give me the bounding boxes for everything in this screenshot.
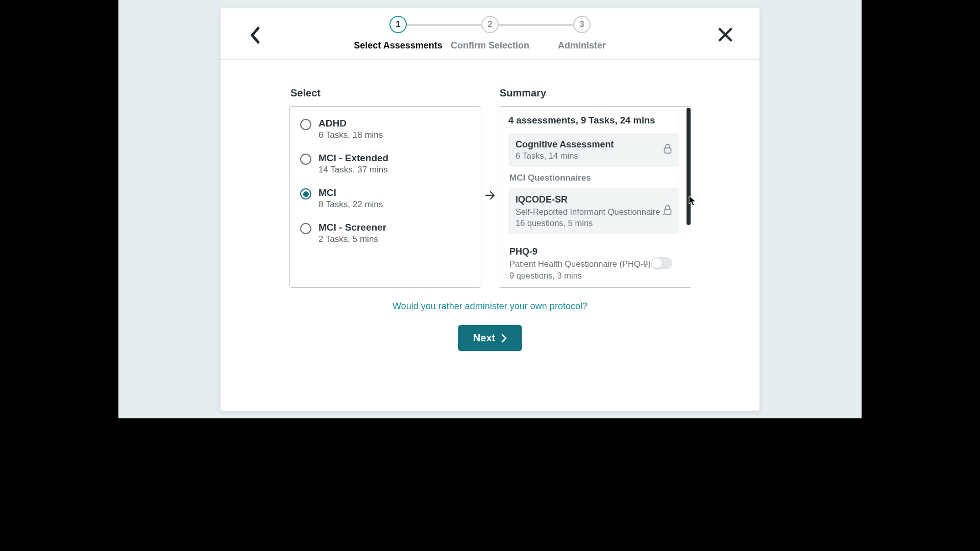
card-title: PHQ-9 bbox=[509, 246, 678, 257]
step-connector-2-3 bbox=[498, 24, 574, 26]
arrow-divider bbox=[481, 105, 499, 286]
select-panel-title: Select bbox=[289, 87, 481, 99]
radio-icon-selected bbox=[300, 188, 311, 199]
next-button[interactable]: Next bbox=[458, 325, 522, 351]
panels-row: Select ADHD 6 Tasks, 18 mins bbox=[251, 87, 729, 288]
summary-content: 4 assessments, 9 Tasks, 24 mins Cognitiv… bbox=[499, 107, 687, 287]
radio-icon bbox=[300, 119, 311, 130]
modal-header: 1 Select Assessments 2 Confirm Selection… bbox=[220, 8, 760, 60]
stepper: 1 Select Assessments 2 Confirm Selection… bbox=[352, 16, 628, 51]
step-2[interactable]: 2 Confirm Selection bbox=[444, 16, 536, 51]
card-sub: 16 questions, 5 mins bbox=[516, 218, 672, 228]
option-adhd[interactable]: ADHD 6 Tasks, 18 mins bbox=[300, 118, 471, 140]
option-title: MCI bbox=[318, 187, 383, 198]
summary-headline: 4 assessments, 9 Tasks, 24 mins bbox=[508, 115, 679, 126]
option-mci-screener[interactable]: MCI - Screener 2 Tasks, 5 mins bbox=[300, 222, 471, 244]
step-2-circle: 2 bbox=[481, 16, 499, 33]
step-2-number: 2 bbox=[487, 19, 492, 30]
assessment-modal: 1 Select Assessments 2 Confirm Selection… bbox=[220, 8, 760, 411]
summary-box: 4 assessments, 9 Tasks, 24 mins Cognitiv… bbox=[499, 106, 691, 288]
option-text: MCI 8 Tasks, 22 mins bbox=[318, 187, 383, 210]
close-button[interactable] bbox=[718, 27, 733, 44]
select-box: ADHD 6 Tasks, 18 mins MCI - Extended 14 … bbox=[289, 106, 481, 288]
select-panel: Select ADHD 6 Tasks, 18 mins bbox=[289, 87, 481, 288]
card-sub: 9 questions, 3 mins bbox=[509, 271, 678, 281]
step-3-label: Administer bbox=[558, 40, 606, 51]
back-button[interactable] bbox=[249, 26, 261, 46]
close-icon bbox=[718, 27, 733, 42]
card-title: Cognitive Assessment bbox=[516, 139, 672, 150]
next-button-label: Next bbox=[473, 332, 495, 344]
card-title: IQCODE-SR bbox=[516, 194, 672, 205]
step-3[interactable]: 3 Administer bbox=[536, 16, 628, 51]
toggle-phq9[interactable] bbox=[651, 257, 672, 269]
svg-rect-0 bbox=[665, 148, 671, 153]
option-mci-extended[interactable]: MCI - Extended 14 Tasks, 37 mins bbox=[300, 153, 471, 175]
modal-body: Select ADHD 6 Tasks, 18 mins bbox=[220, 60, 760, 411]
step-connector-1-2 bbox=[406, 24, 482, 26]
toggle-knob bbox=[652, 258, 662, 268]
card-iqcode-sr[interactable]: IQCODE-SR Self-Reported Informant Questi… bbox=[508, 188, 679, 234]
lock-icon bbox=[663, 205, 672, 217]
summary-scrollbar[interactable] bbox=[687, 107, 691, 287]
chevron-right-icon bbox=[501, 334, 507, 343]
option-title: MCI - Screener bbox=[318, 222, 386, 233]
step-1[interactable]: 1 Select Assessments bbox=[352, 16, 444, 51]
chevron-left-icon bbox=[249, 26, 261, 44]
section-label-questionnaires: MCI Questionnaires bbox=[509, 173, 679, 183]
card-cognitive-assessment[interactable]: Cognitive Assessment 6 Tasks, 14 mins bbox=[508, 133, 679, 167]
app-background: 1 Select Assessments 2 Confirm Selection… bbox=[118, 0, 862, 418]
option-text: MCI - Extended 14 Tasks, 37 mins bbox=[318, 153, 388, 175]
summary-panel: Summary 4 assessments, 9 Tasks, 24 mins … bbox=[499, 87, 691, 288]
option-title: ADHD bbox=[318, 118, 383, 129]
lock-icon bbox=[663, 144, 672, 156]
option-text: ADHD 6 Tasks, 18 mins bbox=[318, 118, 383, 140]
option-sub: 8 Tasks, 22 mins bbox=[318, 199, 383, 210]
summary-panel-title: Summary bbox=[499, 87, 691, 99]
option-sub: 2 Tasks, 5 mins bbox=[318, 234, 386, 244]
option-sub: 6 Tasks, 18 mins bbox=[318, 130, 383, 140]
step-3-circle: 3 bbox=[573, 16, 591, 33]
scrollbar-thumb[interactable] bbox=[687, 108, 691, 225]
card-phq-9[interactable]: PHQ-9 Patient Health Questionnaire (PHQ-… bbox=[508, 240, 679, 286]
radio-icon bbox=[300, 223, 311, 234]
radio-icon bbox=[300, 154, 311, 165]
own-protocol-link[interactable]: Would you rather administer your own pro… bbox=[393, 301, 587, 312]
step-1-label: Select Assessments bbox=[354, 40, 442, 51]
step-3-number: 3 bbox=[579, 19, 584, 30]
option-title: MCI - Extended bbox=[318, 153, 388, 164]
step-1-number: 1 bbox=[396, 19, 400, 30]
card-desc: Self-Reported Informant Questionnaire ..… bbox=[516, 206, 672, 217]
svg-rect-1 bbox=[665, 209, 671, 214]
option-mci[interactable]: MCI 8 Tasks, 22 mins bbox=[300, 187, 471, 210]
option-sub: 14 Tasks, 37 mins bbox=[318, 165, 388, 175]
option-text: MCI - Screener 2 Tasks, 5 mins bbox=[318, 222, 386, 244]
arrow-right-icon bbox=[484, 190, 496, 201]
card-sub: 6 Tasks, 14 mins bbox=[516, 151, 672, 161]
step-2-label: Confirm Selection bbox=[451, 40, 529, 51]
step-1-circle: 1 bbox=[389, 16, 407, 33]
